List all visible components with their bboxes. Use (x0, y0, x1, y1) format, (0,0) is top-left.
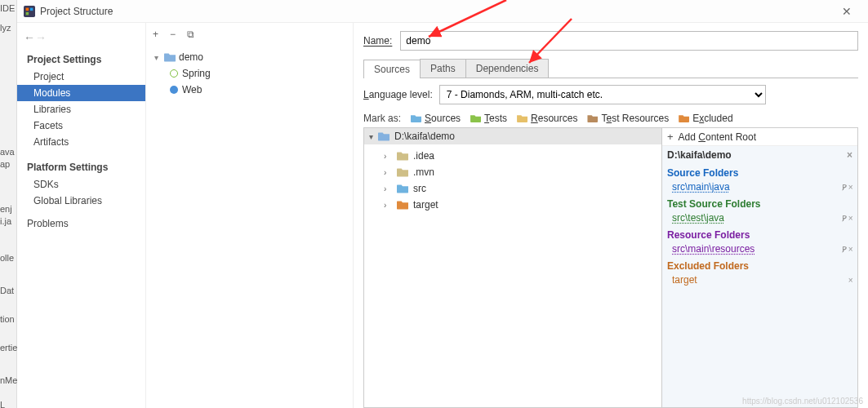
module-tree-item-spring[interactable]: Spring (151, 65, 348, 82)
dir-row[interactable]: ›src (364, 180, 661, 197)
spring-icon (169, 69, 179, 78)
window-title: Project Structure (40, 6, 832, 17)
resource-folder-entry[interactable]: src\main\resourcesP̷ × (667, 242, 852, 255)
nav-item-libraries[interactable]: Libraries (17, 101, 145, 118)
module-tree-root[interactable]: ▾ demo (151, 49, 348, 65)
module-item-label: Spring (182, 68, 211, 79)
test-folder-entry[interactable]: src\test\javaP̷ × (667, 211, 852, 224)
dir-row[interactable]: ›target (364, 197, 661, 213)
folder-icon (397, 201, 408, 210)
folder-path: target (672, 274, 697, 286)
folder-path: src\test\java (672, 212, 724, 224)
module-detail-panel: Name: Sources Paths Dependencies Languag… (354, 23, 868, 408)
chevron-down-icon: ▾ (151, 53, 161, 62)
platform-settings-header: Platform Settings (17, 157, 145, 176)
module-tabs: Sources Paths Dependencies (363, 59, 858, 78)
dir-label: src (413, 183, 426, 194)
source-folders-header: Source Folders (667, 166, 852, 180)
mark-as-resources[interactable]: Resources (517, 113, 577, 124)
dir-label: target (413, 199, 438, 211)
background-editor-sliver: IDE lyz ava ap enj i.ja olle Dat tion er… (0, 0, 17, 408)
window-close-button[interactable]: ✕ (832, 5, 861, 18)
folder-icon (164, 53, 176, 62)
add-content-root-button[interactable]: + (667, 131, 674, 143)
nav-item-modules[interactable]: Modules (17, 85, 145, 101)
svg-rect-2 (30, 7, 33, 11)
add-content-root-label: Add Content Root (679, 131, 756, 143)
remove-content-root-button[interactable]: × (847, 149, 852, 161)
content-root-tree: ▾ D:\kaifa\demo ›.idea ›.mvn ›src ›targe… (363, 127, 662, 408)
tab-paths[interactable]: Paths (420, 59, 466, 78)
mark-as-label: Mark as: (363, 113, 401, 124)
svg-rect-1 (26, 7, 29, 11)
excluded-folder-entry[interactable]: target× (667, 273, 852, 286)
project-settings-header: Project Settings (17, 49, 145, 69)
content-roots-panel: + Add Content Root D:\kaifa\demo × Sourc… (662, 127, 858, 408)
tab-dependencies[interactable]: Dependencies (465, 59, 550, 78)
chevron-down-icon: ▾ (369, 132, 373, 141)
nav-item-project[interactable]: Project (17, 69, 145, 85)
nav-item-facets[interactable]: Facets (17, 118, 145, 134)
nav-item-artifacts[interactable]: Artifacts (17, 134, 145, 150)
svg-rect-3 (26, 11, 29, 15)
nav-item-sdks[interactable]: SDKs (17, 176, 145, 193)
excluded-folder-icon (679, 114, 689, 122)
resource-folders-header: Resource Folders (667, 228, 852, 242)
content-root-path-row[interactable]: D:\kaifa\demo × (662, 146, 857, 164)
dir-row[interactable]: ›.mvn (364, 164, 661, 180)
language-level-label: Language level: (363, 89, 433, 100)
module-item-label: Web (182, 84, 202, 95)
svg-rect-0 (24, 6, 35, 17)
source-folder-entry[interactable]: src\main\javaP̷ × (667, 180, 852, 193)
resources-folder-icon (517, 114, 527, 122)
content-root-path-label: D:\kaifa\demo (667, 149, 732, 161)
test-source-folders-header: Test Source Folders (667, 197, 852, 211)
folder-path: src\main\java (672, 181, 730, 193)
folder-actions[interactable]: P̷ × (842, 214, 852, 223)
folder-icon (397, 152, 408, 161)
name-label: Name: (363, 35, 392, 47)
mark-as-sources[interactable]: Sources (411, 113, 461, 124)
sources-folder-icon (411, 114, 421, 122)
module-tree-item-web[interactable]: Web (151, 82, 348, 98)
dir-label: .idea (413, 150, 434, 162)
language-level-select[interactable]: 7 - Diamonds, ARM, multi-catch etc. (439, 85, 766, 104)
mark-as-excluded[interactable]: Excluded (679, 113, 732, 124)
tab-sources[interactable]: Sources (363, 60, 421, 78)
remove-module-button[interactable]: − (170, 29, 176, 40)
excluded-folders-header: Excluded Folders (667, 259, 852, 273)
mark-as-tests[interactable]: Tests (470, 113, 507, 124)
titlebar: Project Structure ✕ (17, 0, 868, 23)
module-name-input[interactable] (400, 31, 858, 51)
nav-item-problems[interactable]: Problems (17, 215, 145, 232)
nav-item-global-libraries[interactable]: Global Libraries (17, 193, 145, 209)
mark-as-test-resources[interactable]: Test Resources (587, 113, 669, 124)
copy-module-button[interactable]: ⧉ (187, 29, 194, 40)
folder-actions[interactable]: P̷ × (842, 245, 852, 254)
folder-icon (397, 184, 408, 193)
content-root-tree-root[interactable]: ▾ D:\kaifa\demo (364, 128, 661, 144)
test-resources-folder-icon (587, 114, 598, 122)
folder-icon (378, 132, 389, 141)
module-tree-panel: + − ⧉ ▾ demo Spring Web (146, 23, 354, 408)
dir-row[interactable]: ›.idea (364, 148, 661, 164)
watermark: https://blog.csdn.net/u012102536 (742, 397, 863, 406)
module-root-label: demo (179, 51, 203, 63)
dir-label: .mvn (413, 166, 434, 178)
project-structure-dialog: Project Structure ✕ ← → Project Settings… (17, 0, 868, 408)
settings-nav: ← → Project Settings Project Modules Lib… (17, 23, 146, 408)
web-icon (169, 85, 179, 95)
add-module-button[interactable]: + (153, 29, 158, 40)
folder-icon (397, 168, 408, 177)
folder-actions[interactable]: × (848, 276, 852, 285)
folder-actions[interactable]: P̷ × (842, 183, 852, 192)
nav-forward-button[interactable]: → (35, 31, 47, 44)
app-icon (24, 6, 35, 17)
nav-back-button[interactable]: ← (24, 31, 35, 44)
tests-folder-icon (470, 114, 481, 122)
content-root-path: D:\kaifa\demo (394, 131, 455, 142)
folder-path: src\main\resources (672, 243, 754, 255)
